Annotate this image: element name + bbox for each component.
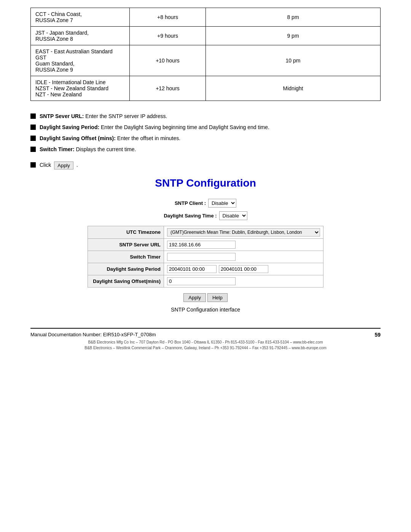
- offset-cell: +10 hours: [130, 45, 206, 76]
- period-inputs: [167, 265, 320, 273]
- footer-doc-number: Manual Documentation Number: EIR510-xSFP…: [30, 332, 156, 337]
- config-input[interactable]: [167, 253, 236, 261]
- apply-inline-button[interactable]: Apply: [54, 161, 73, 169]
- timezone-select[interactable]: (GMT)Greenwich Mean Time: Dublin, Edinbu…: [167, 228, 320, 236]
- config-row: SNTP Server URL: [88, 238, 323, 251]
- sntp-form: SNTP Client : Disable Enable Daylight Sa…: [88, 199, 323, 302]
- bullet-icon: [30, 113, 36, 119]
- config-row: Daylight Saving Period: [88, 263, 323, 275]
- footer: Manual Documentation Number: EIR510-xSFP…: [30, 328, 381, 351]
- daylight-saving-label: Daylight Saving Time :: [164, 213, 217, 219]
- footer-main: Manual Documentation Number: EIR510-xSFP…: [30, 332, 381, 338]
- footer-sub2: B&B Electronics – Westlink Commercial Pa…: [30, 345, 381, 351]
- config-value-cell: [164, 251, 323, 263]
- time-cell: Midnight: [206, 76, 381, 101]
- footer-page-number: 59: [374, 332, 381, 338]
- timezone-cell: JST - Japan Standard, RUSSIA Zone 8: [31, 27, 130, 45]
- config-value-cell: [164, 275, 323, 287]
- timezone-table: CCT - China Coast, RUSSIA Zone 7+8 hours…: [30, 8, 381, 101]
- bullet-text: Daylight Saving Offset (mins): Enter the…: [40, 134, 180, 142]
- config-row: Daylight Saving Offset(mins): [88, 275, 323, 287]
- time-cell: 10 pm: [206, 45, 381, 76]
- offset-cell: +9 hours: [130, 27, 206, 45]
- config-label: UTC Timezone: [88, 226, 164, 238]
- bullet-text: Daylight Saving Period: Enter the Daylig…: [40, 123, 269, 131]
- timezone-cell: EAST - East Australian Standard GST Guam…: [31, 45, 130, 76]
- period-start-input[interactable]: [167, 265, 217, 273]
- time-cell: 8 pm: [206, 8, 381, 27]
- sntp-caption: SNTP Configuration interface: [30, 307, 381, 313]
- config-row: Switch Timer: [88, 251, 323, 263]
- config-label: SNTP Server URL: [88, 238, 164, 251]
- time-cell: 9 pm: [206, 27, 381, 45]
- bullet-list: SNTP Sever URL: Enter the SNTP server IP…: [30, 112, 381, 153]
- bullet-icon: [30, 125, 36, 130]
- config-label: Daylight Saving Offset(mins): [88, 275, 164, 287]
- sntp-client-select[interactable]: Disable Enable: [208, 199, 236, 208]
- daylight-saving-row: Daylight Saving Time : Disable Enable: [88, 211, 323, 220]
- bullet-icon: [30, 136, 36, 141]
- sntp-client-label: SNTP Client :: [175, 200, 206, 206]
- offset-cell: +8 hours: [130, 8, 206, 27]
- period-end-input[interactable]: [219, 265, 268, 273]
- bullet-text: Switch Timer: Displays the current time.: [40, 145, 136, 153]
- config-table: UTC Timezone(GMT)Greenwich Mean Time: Du…: [88, 226, 323, 288]
- footer-sub1: B&B Electronics Mfg Co Inc – 707 Dayton …: [30, 339, 381, 345]
- help-button[interactable]: Help: [207, 293, 228, 302]
- bullet-item: Daylight Saving Offset (mins): Enter the…: [30, 134, 381, 142]
- timezone-cell: CCT - China Coast, RUSSIA Zone 7: [31, 8, 130, 27]
- click-apply-line: Click Apply .: [30, 161, 381, 169]
- config-value-cell: (GMT)Greenwich Mean Time: Dublin, Edinbu…: [164, 226, 323, 238]
- apply-button[interactable]: Apply: [183, 293, 206, 302]
- timezone-cell: IDLE - International Date Line NZST - Ne…: [31, 76, 130, 101]
- bullet-item: Daylight Saving Period: Enter the Daylig…: [30, 123, 381, 131]
- daylight-saving-select[interactable]: Disable Enable: [219, 211, 247, 220]
- bullet-icon: [30, 162, 36, 168]
- sntp-config-title: SNTP Configuration: [30, 177, 381, 189]
- offset-cell: +12 hours: [130, 76, 206, 101]
- sntp-client-row: SNTP Client : Disable Enable: [88, 199, 323, 208]
- bullet-text: SNTP Sever URL: Enter the SNTP server IP…: [40, 112, 167, 120]
- bullet-item: SNTP Sever URL: Enter the SNTP server IP…: [30, 112, 381, 120]
- config-input[interactable]: [167, 241, 236, 249]
- config-label: Switch Timer: [88, 251, 164, 263]
- click-label: Click: [40, 162, 51, 168]
- config-input[interactable]: [167, 277, 236, 285]
- bullet-item: Switch Timer: Displays the current time.: [30, 145, 381, 153]
- config-value-cell: [164, 263, 323, 275]
- config-value-cell: [164, 238, 323, 251]
- config-row: UTC Timezone(GMT)Greenwich Mean Time: Du…: [88, 226, 323, 238]
- form-buttons: ApplyHelp: [88, 293, 323, 302]
- bullet-icon: [30, 147, 36, 152]
- config-label: Daylight Saving Period: [88, 263, 164, 275]
